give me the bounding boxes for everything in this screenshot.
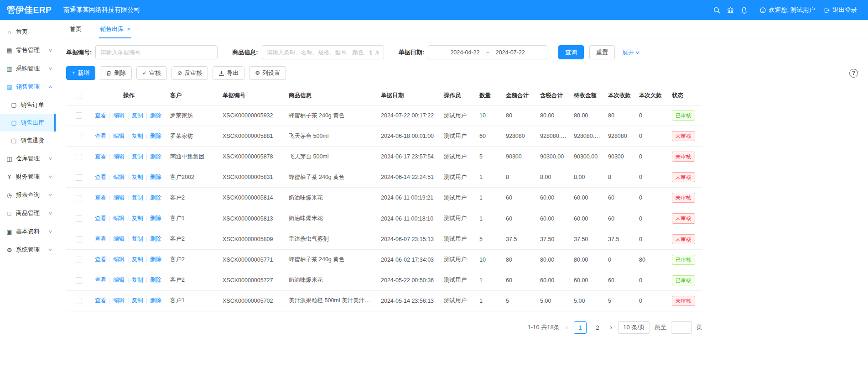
row-checkbox[interactable] xyxy=(76,154,82,160)
sidebar-item-label: 报表查询 xyxy=(16,191,48,199)
unaudit-button[interactable]: ⊘反审核 xyxy=(172,66,208,80)
edit-link[interactable]: 编辑 xyxy=(113,153,125,160)
add-button[interactable]: +新增 xyxy=(66,66,95,80)
copy-link[interactable]: 复制 xyxy=(132,112,143,119)
copy-link[interactable]: 复制 xyxy=(132,297,143,304)
sidebar-item-warehouse[interactable]: ◫仓库管理∨ xyxy=(0,149,56,168)
copy-link[interactable]: 复制 xyxy=(132,153,143,160)
qty-cell: 5 xyxy=(476,147,502,167)
edit-link[interactable]: 编辑 xyxy=(113,236,125,242)
sidebar-item-purchase[interactable]: ▥采购管理∨ xyxy=(0,59,56,78)
next-page-button[interactable]: › xyxy=(608,323,613,331)
copy-link[interactable]: 复制 xyxy=(132,215,143,221)
edit-link[interactable]: 编辑 xyxy=(113,174,125,180)
delete-button[interactable]: 删除 xyxy=(100,66,132,80)
close-tab-icon[interactable]: × xyxy=(127,26,130,32)
delete-link[interactable]: 删除 xyxy=(150,133,161,139)
action-divider: | xyxy=(146,133,147,139)
bill-no-label: 单据编号: xyxy=(66,48,92,57)
sidebar-item-goods[interactable]: □商品管理∨ xyxy=(0,204,56,222)
view-link[interactable]: 查看 xyxy=(95,153,106,160)
page-number-2[interactable]: 2 xyxy=(591,321,604,334)
copy-link[interactable]: 复制 xyxy=(132,133,143,139)
tab-home[interactable]: 首页 xyxy=(69,20,83,38)
row-checkbox[interactable] xyxy=(76,298,82,304)
sidebar-item-retail[interactable]: ▤零售管理∨ xyxy=(0,41,56,59)
row-checkbox[interactable] xyxy=(76,112,82,119)
view-link[interactable]: 查看 xyxy=(95,195,106,201)
delete-link[interactable]: 删除 xyxy=(150,297,161,304)
jump-page-input[interactable] xyxy=(671,321,692,334)
bell-icon[interactable] xyxy=(738,3,751,17)
view-link[interactable]: 查看 xyxy=(95,174,106,180)
date-from-value[interactable]: 2024-04-22 xyxy=(450,49,479,56)
sidebar-item-sales-order[interactable]: ▢销售订单 xyxy=(0,96,56,114)
view-link[interactable]: 查看 xyxy=(95,277,106,283)
logout-button[interactable]: 退出登录 xyxy=(823,6,857,14)
row-checkbox[interactable] xyxy=(76,257,82,263)
copy-link[interactable]: 复制 xyxy=(132,174,143,180)
sidebar-item-basic[interactable]: ▣基本资料∨ xyxy=(0,222,56,241)
edit-link[interactable]: 编辑 xyxy=(113,277,125,283)
expand-toggle[interactable]: 展开 ∨ xyxy=(622,48,639,57)
search-button[interactable]: 查询 xyxy=(558,45,584,59)
tab-sales-outbound[interactable]: 销售出库× xyxy=(99,20,131,38)
copy-link[interactable]: 复制 xyxy=(132,195,143,201)
view-link[interactable]: 查看 xyxy=(95,215,106,221)
row-checkbox[interactable] xyxy=(76,236,82,242)
sidebar-item-sales-outbound[interactable]: ▢销售出库 xyxy=(0,114,56,132)
column-settings-button[interactable]: ⚙列设置 xyxy=(249,66,286,80)
view-link[interactable]: 查看 xyxy=(95,133,106,139)
view-link[interactable]: 查看 xyxy=(95,297,106,304)
copy-link[interactable]: 复制 xyxy=(132,277,143,283)
sidebar-item-report[interactable]: ◷报表查询∨ xyxy=(0,186,56,204)
help-icon[interactable]: ? xyxy=(849,69,858,78)
sidebar-item-sales[interactable]: ▦销售管理∧ xyxy=(0,78,56,96)
select-all-checkbox[interactable] xyxy=(76,93,82,99)
bill-no-cell: XSCK00000005878 xyxy=(219,147,285,167)
delete-link[interactable]: 删除 xyxy=(150,112,161,119)
delete-link[interactable]: 删除 xyxy=(150,256,161,263)
sidebar-item-system[interactable]: ⚙系统管理∨ xyxy=(0,241,56,259)
copy-link[interactable]: 复制 xyxy=(132,236,143,242)
delete-link[interactable]: 删除 xyxy=(150,195,161,201)
view-link[interactable]: 查看 xyxy=(95,112,106,119)
row-checkbox[interactable] xyxy=(76,195,82,201)
date-range-picker[interactable]: 2024-04-22 ~ 2024-07-22 xyxy=(428,45,547,59)
edit-link[interactable]: 编辑 xyxy=(113,112,125,119)
welcome-user[interactable]: 欢迎您, 测试用户 xyxy=(759,6,815,14)
row-checkbox[interactable] xyxy=(76,133,82,139)
page-size-select[interactable]: 10 条/页 xyxy=(618,321,650,334)
row-checkbox[interactable] xyxy=(76,277,82,284)
edit-link[interactable]: 编辑 xyxy=(113,297,125,304)
row-checkbox[interactable] xyxy=(76,174,82,181)
reset-button[interactable]: 重置 xyxy=(589,45,615,59)
bill-no-input[interactable] xyxy=(95,45,218,59)
home-shortcut-icon[interactable] xyxy=(724,3,738,17)
delete-link[interactable]: 删除 xyxy=(150,153,161,160)
edit-link[interactable]: 编辑 xyxy=(113,195,125,201)
delete-link[interactable]: 删除 xyxy=(150,174,161,180)
owed-cell: 0 xyxy=(635,270,668,290)
delete-link[interactable]: 删除 xyxy=(150,215,161,221)
date-to-value[interactable]: 2024-07-22 xyxy=(496,49,525,56)
edit-link[interactable]: 编辑 xyxy=(113,133,125,139)
view-link[interactable]: 查看 xyxy=(95,236,106,242)
export-button[interactable]: 导出 xyxy=(213,66,244,80)
search-icon[interactable] xyxy=(710,3,724,17)
delete-link[interactable]: 删除 xyxy=(150,277,161,283)
sidebar-item-home[interactable]: ⌂首页 xyxy=(0,23,56,41)
prev-page-button[interactable]: ‹ xyxy=(564,323,569,331)
view-link[interactable]: 查看 xyxy=(95,256,106,263)
action-divider: | xyxy=(109,133,110,139)
edit-link[interactable]: 编辑 xyxy=(113,215,125,221)
audit-button[interactable]: ✓审核 xyxy=(136,66,167,80)
delete-link[interactable]: 删除 xyxy=(150,236,161,242)
row-checkbox[interactable] xyxy=(76,216,82,222)
page-number-1[interactable]: 1 xyxy=(574,321,587,334)
sidebar-item-finance[interactable]: ¥财务管理∨ xyxy=(0,168,56,186)
sidebar-item-sales-return[interactable]: ▢销售退货 xyxy=(0,132,56,149)
copy-link[interactable]: 复制 xyxy=(132,256,143,263)
edit-link[interactable]: 编辑 xyxy=(113,256,125,263)
product-info-input[interactable] xyxy=(262,45,384,59)
